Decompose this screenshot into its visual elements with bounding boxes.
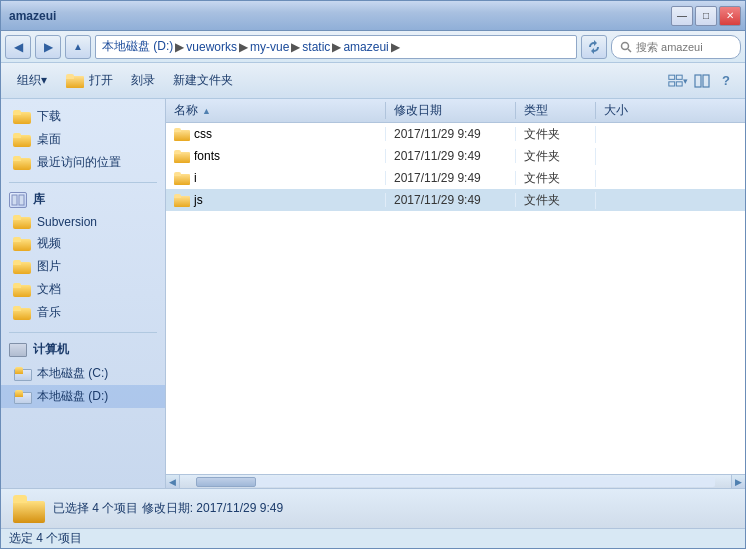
sidebar-item-videos[interactable]: 视频 xyxy=(1,232,165,255)
open-icon xyxy=(65,73,85,89)
file-cell-date: 2017/11/29 9:49 xyxy=(386,171,516,185)
computer-icon xyxy=(9,343,27,357)
address-bar: ◀ ▶ ▲ 本地磁盘 (D:) ▶ vueworks ▶ my-vue ▶ st… xyxy=(1,31,745,63)
table-row[interactable]: js 2017/11/29 9:49 文件夹 xyxy=(166,189,745,211)
file-cell-name: fonts xyxy=(166,149,386,163)
drive-c-icon xyxy=(13,367,31,381)
folder-icon xyxy=(13,260,31,274)
folder-icon xyxy=(174,150,190,163)
library-books-icon xyxy=(11,194,25,206)
sidebar-item-recent[interactable]: 最近访问的位置 xyxy=(1,151,165,174)
file-cell-type: 文件夹 xyxy=(516,192,596,209)
sidebar-item-drive-d[interactable]: 本地磁盘 (D:) xyxy=(1,385,165,408)
drive-d-icon xyxy=(13,390,31,404)
open-label: 打开 xyxy=(89,72,113,89)
folder-icon xyxy=(13,283,31,297)
help-icon: ? xyxy=(722,73,730,88)
file-cell-date: 2017/11/29 9:49 xyxy=(386,127,516,141)
file-cell-type: 文件夹 xyxy=(516,148,596,165)
sidebar-libraries-header[interactable]: 库 xyxy=(1,187,165,212)
folder-icon xyxy=(174,128,190,141)
sidebar-item-subversion[interactable]: Subversion xyxy=(1,212,165,232)
path-part-2[interactable]: my-vue xyxy=(250,40,289,54)
up-button[interactable]: ▲ xyxy=(65,35,91,59)
file-list: css 2017/11/29 9:49 文件夹 fonts 2017/11/29… xyxy=(166,123,745,474)
sidebar-item-music[interactable]: 音乐 xyxy=(1,301,165,324)
status-folder-icon xyxy=(13,495,45,523)
open-button[interactable]: 打开 xyxy=(57,67,121,95)
help-button[interactable]: ? xyxy=(715,71,737,91)
sidebar-item-desktop-label: 桌面 xyxy=(37,131,61,148)
svg-rect-9 xyxy=(19,195,24,205)
burn-button[interactable]: 刻录 xyxy=(123,67,163,95)
layout-icon xyxy=(694,74,710,88)
refresh-button[interactable] xyxy=(581,35,607,59)
folder-icon xyxy=(174,194,190,207)
scroll-left-button[interactable]: ◀ xyxy=(166,475,180,489)
sidebar-item-downloads[interactable]: 下载 xyxy=(1,105,165,128)
col-header-type[interactable]: 类型 xyxy=(516,102,596,119)
sidebar-item-videos-label: 视频 xyxy=(37,235,61,252)
table-row[interactable]: fonts 2017/11/29 9:49 文件夹 xyxy=(166,145,745,167)
sidebar-item-drive-c-label: 本地磁盘 (C:) xyxy=(37,365,108,382)
new-folder-label: 新建文件夹 xyxy=(173,72,233,89)
col-header-name[interactable]: 名称 ▲ xyxy=(166,102,386,119)
search-box[interactable] xyxy=(611,35,741,59)
svg-rect-2 xyxy=(669,75,675,79)
view-icon-button[interactable]: ▾ xyxy=(667,71,689,91)
folder-icon xyxy=(13,306,31,320)
search-input[interactable] xyxy=(636,41,726,53)
minimize-button[interactable]: — xyxy=(671,6,693,26)
folder-icon xyxy=(13,110,31,124)
status-bar: 已选择 4 个项目 修改日期: 2017/11/29 9:49 xyxy=(1,488,745,528)
svg-rect-4 xyxy=(669,81,675,85)
close-button[interactable]: ✕ xyxy=(719,6,741,26)
scroll-track xyxy=(196,477,715,487)
sidebar-item-recent-label: 最近访问的位置 xyxy=(37,154,121,171)
sidebar-item-desktop[interactable]: 桌面 xyxy=(1,128,165,151)
refresh-icon xyxy=(587,40,601,54)
new-folder-button[interactable]: 新建文件夹 xyxy=(165,67,241,95)
file-explorer-window: amazeui — □ ✕ ◀ ▶ ▲ 本地磁盘 (D:) ▶ vueworks… xyxy=(0,0,746,549)
col-header-date[interactable]: 修改日期 xyxy=(386,102,516,119)
sidebar-item-pictures-label: 图片 xyxy=(37,258,61,275)
path-part-4[interactable]: amazeui xyxy=(343,40,388,54)
organize-button[interactable]: 组织▾ xyxy=(9,67,55,95)
sidebar-item-documents-label: 文档 xyxy=(37,281,61,298)
file-cell-name: js xyxy=(166,193,386,207)
sidebar: 下载 桌面 最近访问的位置 xyxy=(1,99,166,488)
address-path[interactable]: 本地磁盘 (D:) ▶ vueworks ▶ my-vue ▶ static ▶… xyxy=(95,35,577,59)
file-list-header: 名称 ▲ 修改日期 类型 大小 xyxy=(166,99,745,123)
sidebar-item-drive-c[interactable]: 本地磁盘 (C:) xyxy=(1,362,165,385)
computer-label: 计算机 xyxy=(33,341,69,358)
forward-button[interactable]: ▶ xyxy=(35,35,61,59)
file-cell-name: css xyxy=(166,127,386,141)
horizontal-scrollbar[interactable]: ◀ ▶ xyxy=(166,474,745,488)
maximize-button[interactable]: □ xyxy=(695,6,717,26)
sidebar-item-downloads-label: 下载 xyxy=(37,108,61,125)
table-row[interactable]: i 2017/11/29 9:49 文件夹 xyxy=(166,167,745,189)
path-part-1[interactable]: vueworks xyxy=(186,40,237,54)
sidebar-item-drive-d-label: 本地磁盘 (D:) xyxy=(37,388,108,405)
col-header-size[interactable]: 大小 xyxy=(596,102,656,119)
table-row[interactable]: css 2017/11/29 9:49 文件夹 xyxy=(166,123,745,145)
sidebar-computer-header[interactable]: 计算机 xyxy=(1,337,165,362)
scroll-right-button[interactable]: ▶ xyxy=(731,475,745,489)
path-root[interactable]: 本地磁盘 (D:) xyxy=(102,38,173,55)
view-options: ▾ ? xyxy=(667,71,737,91)
sidebar-item-documents[interactable]: 文档 xyxy=(1,278,165,301)
back-button[interactable]: ◀ xyxy=(5,35,31,59)
status-text: 已选择 4 个项目 修改日期: 2017/11/29 9:49 xyxy=(53,500,283,517)
burn-label: 刻录 xyxy=(131,72,155,89)
library-icon xyxy=(9,192,27,208)
sidebar-item-music-label: 音乐 xyxy=(37,304,61,321)
sidebar-item-subversion-label: Subversion xyxy=(37,215,97,229)
svg-rect-6 xyxy=(695,75,701,87)
sidebar-divider-1 xyxy=(9,182,157,183)
svg-point-0 xyxy=(622,42,629,49)
svg-rect-3 xyxy=(676,75,682,79)
layout-button[interactable] xyxy=(691,71,713,91)
scroll-thumb[interactable] xyxy=(196,477,256,487)
path-part-3[interactable]: static xyxy=(302,40,330,54)
sidebar-item-pictures[interactable]: 图片 xyxy=(1,255,165,278)
